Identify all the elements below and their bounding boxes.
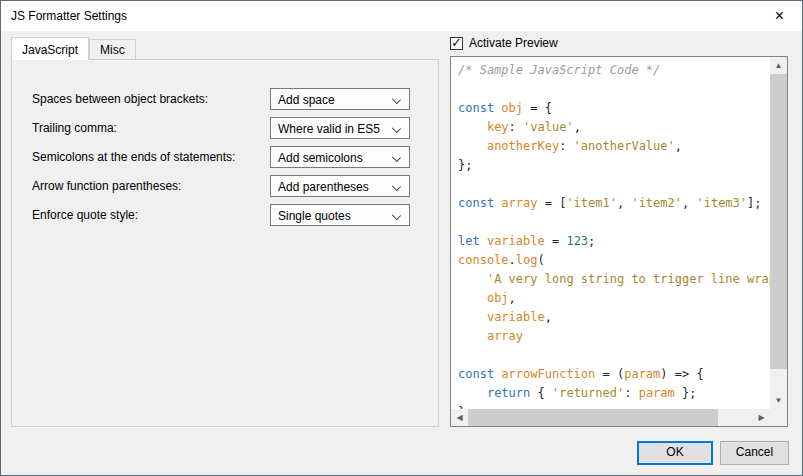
scrollbar-corner [770,409,787,426]
code-line: 'A very long string to trigger line wrap… [458,270,770,289]
window-title: JS Formatter Settings [11,9,127,23]
dropdown-value: Where valid in ES5 [278,122,380,136]
form-row: Arrow function parentheses: Add parenthe… [12,175,438,197]
dropdown-value: Add parentheses [278,180,369,194]
code-line: return { 'returned': param }; [458,384,770,403]
form-row: Spaces between object brackets: Add spac… [12,88,438,110]
scroll-down-button[interactable]: ▼ [770,392,787,409]
scroll-left-button[interactable]: ◀ [451,409,468,426]
code-line: anotherKey: 'anotherValue', [458,137,770,156]
form-row: Enforce quote style: Single quotes [12,204,438,226]
tab-label: JavaScript [22,43,78,57]
dropdown-value: Single quotes [278,209,351,223]
code-line [458,80,770,99]
arrow-parentheses-dropdown[interactable]: Add parentheses [270,175,410,197]
tab-strip: JavaScript Misc [11,37,136,59]
arrow-left-icon: ◀ [456,413,462,422]
ok-button[interactable]: OK [637,441,713,465]
setting-label: Spaces between object brackets: [32,92,208,106]
code-line: let variable = 123; [458,232,770,251]
setting-label: Arrow function parentheses: [32,179,181,193]
checkbox-box: ✓ [450,37,463,50]
setting-label: Enforce quote style: [32,208,138,222]
code-line [458,175,770,194]
code-line: }; [458,156,770,175]
arrow-up-icon: ▲ [775,61,783,70]
dropdown-value: Add space [278,93,335,107]
tab-misc[interactable]: Misc [89,39,136,59]
arrow-right-icon: ▶ [758,413,764,422]
trailing-comma-dropdown[interactable]: Where valid in ES5 [270,117,410,139]
scroll-up-button[interactable]: ▲ [770,57,787,74]
chevron-down-icon [392,124,401,133]
code-line: variable, [458,308,770,327]
code-content: /* Sample JavaScript Code */ const obj =… [451,57,770,409]
chevron-down-icon [392,211,401,220]
settings-panel: Spaces between object brackets: Add spac… [11,59,439,427]
code-line: obj, [458,289,770,308]
scroll-right-button[interactable]: ▶ [753,409,770,426]
code-line: const array = ['item1', 'item2', 'item3'… [458,194,770,213]
vertical-scrollbar-thumb[interactable] [770,74,787,369]
arrow-down-icon: ▼ [775,396,783,405]
horizontal-scrollbar-thumb[interactable] [468,409,718,426]
code-line: const arrowFunction = (param) => { [458,365,770,384]
dropdown-value: Add semicolons [278,151,363,165]
cancel-button[interactable]: Cancel [720,441,789,465]
tab-javascript[interactable]: JavaScript [11,37,89,60]
code-line: key: 'value', [458,118,770,137]
code-line: const obj = { [458,99,770,118]
activate-preview-checkbox[interactable]: ✓ Activate Preview [450,36,558,50]
tab-label: Misc [100,43,125,57]
code-line: console.log( [458,251,770,270]
form-row: Trailing comma: Where valid in ES5 [12,117,438,139]
quote-style-dropdown[interactable]: Single quotes [270,204,410,226]
close-button[interactable]: × [757,1,802,30]
code-line [458,346,770,365]
title-bar: JS Formatter Settings × [1,1,802,31]
checkbox-label: Activate Preview [469,36,558,50]
setting-label: Trailing comma: [32,121,117,135]
js-formatter-settings-dialog: JS Formatter Settings × JavaScript Misc … [0,0,803,476]
vertical-scrollbar[interactable]: ▲ ▼ [770,57,787,409]
close-icon: × [775,8,784,24]
spaces-between-brackets-dropdown[interactable]: Add space [270,88,410,110]
form-row: Semicolons at the ends of statements: Ad… [12,146,438,168]
chevron-down-icon [392,95,401,104]
code-preview-panel: /* Sample JavaScript Code */ const obj =… [450,56,788,427]
chevron-down-icon [392,153,401,162]
code-line: array [458,327,770,346]
horizontal-scrollbar[interactable]: ◀ ▶ [451,409,770,426]
check-icon: ✓ [451,35,462,50]
code-line: /* Sample JavaScript Code */ [458,61,770,80]
setting-label: Semicolons at the ends of statements: [32,150,235,164]
code-line [458,213,770,232]
semicolons-dropdown[interactable]: Add semicolons [270,146,410,168]
chevron-down-icon [392,182,401,191]
